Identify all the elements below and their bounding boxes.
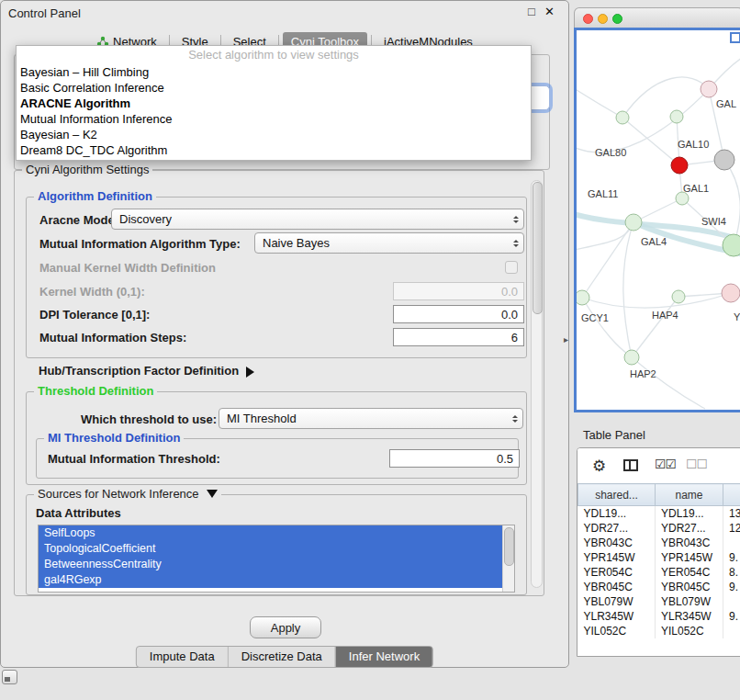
algorithm-dropdown-placeholder: Select algorithm to view settings — [17, 46, 531, 64]
table-row[interactable]: YPR145WYPR145W9. — [578, 550, 740, 565]
panel-toggle-button[interactable] — [2, 670, 17, 684]
algorithm-dropdown-popup: Select algorithm to view settings Bayesi… — [16, 45, 532, 161]
mi-threshold-group: MI Threshold Definition Mutual Informati… — [36, 438, 519, 479]
threshold-definition-title: Threshold Definition — [34, 384, 157, 398]
combo-arrows-icon — [508, 412, 522, 425]
cyni-algorithm-settings-group: Cyni Algorithm Settings Algorithm Defini… — [14, 170, 544, 596]
settings-scrollbar[interactable] — [531, 180, 543, 588]
mi-threshold-field[interactable]: 0.5 — [389, 449, 520, 468]
algorithm-definition-title: Algorithm Definition — [34, 189, 156, 203]
table-body: YDL19...YDL19...13YDR27...YDR27...12YBR0… — [578, 506, 740, 639]
kernel-width-field[interactable]: 0.0 — [393, 282, 524, 300]
network-node-label: GAL80 — [595, 147, 626, 158]
table-row[interactable]: YER054CYER054C8. — [578, 565, 740, 580]
combo-arrows-icon — [509, 213, 523, 226]
column-header[interactable]: shared... — [578, 484, 656, 506]
table-panel-window: ⚙ ☑☑ ☐☐ shared... name YDL19...YDL19...1… — [577, 447, 740, 657]
network-node[interactable] — [672, 290, 685, 303]
network-node[interactable] — [701, 81, 717, 97]
network-window-titlebar[interactable] — [574, 7, 740, 28]
table-row[interactable]: YDL19...YDL19...13 — [578, 506, 740, 522]
control-panel-title: Control Panel — [8, 6, 81, 20]
minimize-traffic-light[interactable] — [598, 14, 608, 24]
mi-steps-field[interactable]: 6 — [393, 328, 524, 346]
data-attribute-item[interactable]: BetweennessCentrality — [39, 557, 503, 572]
scrollbar-thumb[interactable] — [504, 527, 514, 566]
bottom-tabbar: Impute Data Discretize Data Infer Networ… — [136, 646, 433, 668]
network-node-label: GAL1 — [683, 183, 709, 194]
mi-type-select[interactable]: Naive Bayes — [254, 232, 524, 254]
select-all-checks-icon[interactable]: ☑☑ — [655, 457, 676, 471]
gear-icon[interactable]: ⚙ — [592, 457, 606, 476]
table-row[interactable]: YBL079WYBL079W — [578, 594, 740, 609]
network-canvas[interactable]: GALGAL80GAL10GAL11GAL1SWI4GAL4GCY1HAP4YH… — [574, 28, 740, 412]
mi-threshold-label: Mutual Information Threshold: — [48, 452, 220, 466]
column-header[interactable] — [723, 484, 740, 506]
network-node[interactable] — [624, 350, 639, 365]
columns-icon[interactable] — [623, 459, 638, 471]
data-attribute-item[interactable]: TopologicalCoefficient — [39, 541, 503, 557]
network-node[interactable] — [722, 284, 740, 302]
aracne-mode-select[interactable]: Discovery — [111, 209, 524, 230]
network-node-label: GAL10 — [678, 139, 709, 150]
network-node-label: GAL4 — [641, 236, 667, 247]
close-window-icon[interactable]: ✕ — [544, 5, 555, 18]
algorithm-dropdown-list: Bayesian – Hill ClimbingBasic Correlatio… — [17, 64, 531, 158]
tab-infer-network[interactable]: Infer Network — [335, 647, 432, 667]
network-node-label: HAP4 — [652, 310, 678, 321]
node-attribute-table: shared... name YDL19...YDL19...13YDR27..… — [577, 483, 740, 638]
panel-divider-arrow[interactable]: ▸ — [564, 334, 568, 344]
network-node[interactable] — [676, 192, 689, 205]
deselect-all-checks-icon[interactable]: ☐☐ — [686, 457, 707, 471]
hub-definition-toggle[interactable]: Hub/Transcription Factor Definition — [39, 364, 260, 378]
data-attributes-list: SelfLoopsTopologicalCoefficientBetweenne… — [39, 525, 514, 588]
network-node[interactable] — [625, 214, 642, 231]
algorithm-option[interactable]: Basic Correlation Inference — [17, 80, 531, 96]
network-node[interactable] — [616, 111, 629, 124]
float-window-icon[interactable]: □ — [528, 5, 535, 18]
panel-toggle-glyph — [5, 677, 10, 682]
close-traffic-light[interactable] — [583, 14, 593, 24]
network-node[interactable] — [671, 157, 688, 174]
tab-impute-data[interactable]: Impute Data — [137, 647, 228, 667]
table-row[interactable]: YBR045CYBR045C9. — [578, 580, 740, 594]
mi-threshold-group-title: MI Threshold Definition — [44, 431, 184, 445]
apply-button[interactable]: Apply — [250, 616, 321, 638]
column-header[interactable]: name — [656, 484, 723, 506]
network-node[interactable] — [577, 290, 589, 305]
network-node-label: GAL11 — [588, 188, 618, 199]
data-attribute-item[interactable]: gal4RGexp — [39, 572, 503, 588]
algorithm-option[interactable]: Bayesian – K2 — [17, 127, 531, 142]
which-threshold-select[interactable]: MI Threshold — [219, 408, 523, 429]
algorithm-option[interactable]: Mutual Information Inference — [17, 111, 531, 127]
tab-discretize-data[interactable]: Discretize Data — [228, 647, 335, 667]
dpi-tolerance-field[interactable]: 0.0 — [393, 305, 524, 323]
which-threshold-label: Which threshold to use: — [81, 412, 217, 426]
scrollbar-thumb[interactable] — [533, 182, 543, 314]
network-node-label: GCY1 — [581, 312, 609, 323]
table-row[interactable]: YBR043CYBR043C — [578, 536, 740, 550]
algorithm-option[interactable]: Dream8 DC_TDC Algorithm — [17, 142, 531, 158]
control-panel-window: Control Panel □ ✕ Network Style Select C… — [0, 0, 569, 668]
control-panel-titlebar: Control Panel □ ✕ — [1, 1, 568, 25]
manual-kernel-checkbox[interactable] — [505, 261, 518, 274]
network-node[interactable] — [670, 110, 683, 123]
algorithm-option[interactable]: Bayesian – Hill Climbing — [17, 64, 531, 80]
network-view-window: GALGAL80GAL10GAL11GAL1SWI4GAL4GCY1HAP4YH… — [574, 7, 740, 412]
zoom-traffic-light[interactable] — [612, 14, 622, 24]
table-row[interactable]: YIL052CYIL052C — [578, 624, 740, 638]
canvas-corner-widget[interactable] — [730, 32, 740, 43]
combo-arrows-icon — [509, 237, 523, 250]
dpi-tolerance-label: DPI Tolerance [0,1]: — [39, 308, 150, 322]
sources-group-title[interactable]: Sources for Network Inference — [34, 487, 221, 503]
network-node[interactable] — [714, 150, 734, 170]
collapse-right-icon — [246, 367, 260, 378]
algorithm-option[interactable]: ARACNE Algorithm — [17, 96, 531, 111]
collapse-down-icon — [207, 490, 218, 503]
network-node[interactable] — [723, 234, 740, 256]
table-row[interactable]: YLR345WYLR345W9. — [578, 609, 740, 624]
data-attribute-item[interactable]: SelfLoops — [39, 525, 503, 541]
algorithm-definition-group: Algorithm Definition Aracne Mode: Discov… — [26, 197, 527, 358]
attributes-list-scrollbar[interactable] — [502, 525, 514, 592]
table-row[interactable]: YDR27...YDR27...12 — [578, 521, 740, 536]
